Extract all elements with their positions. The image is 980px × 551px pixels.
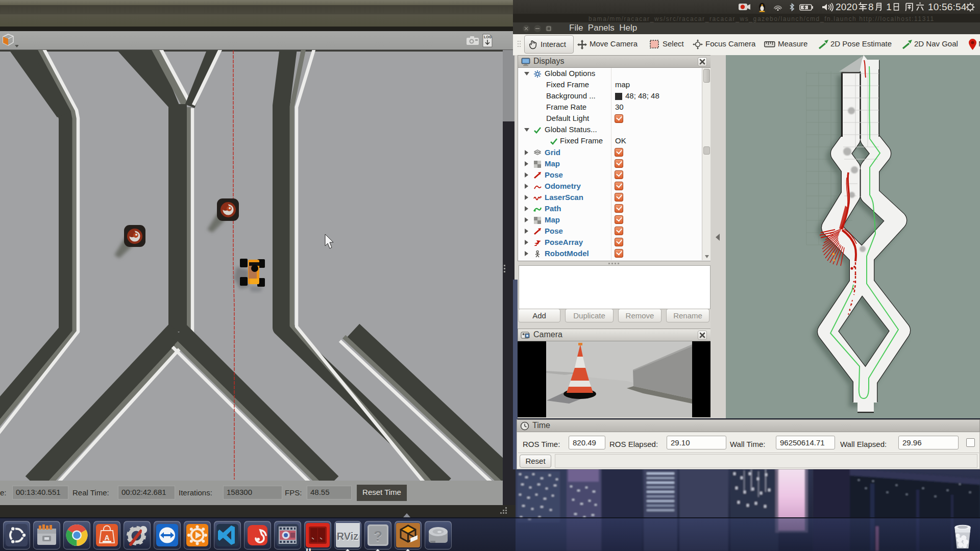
svg-text:LOG: LOG: [484, 35, 492, 39]
svg-text:RViz: RViz: [337, 531, 359, 542]
svg-text:A: A: [104, 534, 109, 542]
svg-text:?: ?: [374, 528, 382, 544]
